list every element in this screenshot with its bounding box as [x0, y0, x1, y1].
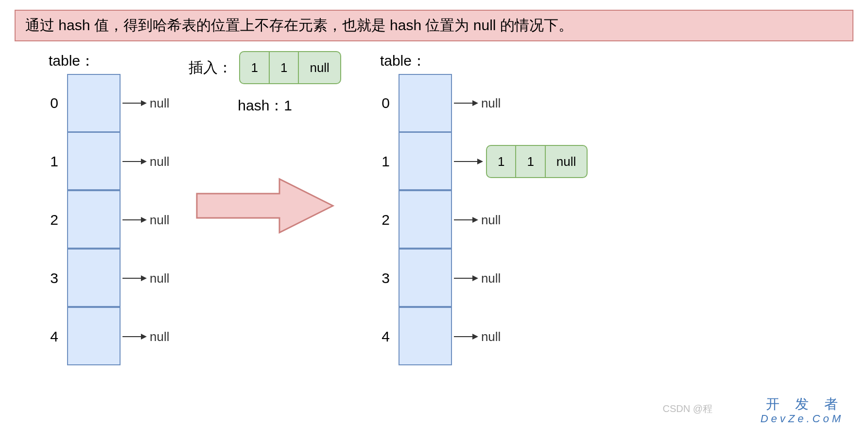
table-row: 3 null: [29, 249, 169, 307]
table-row: 1 1 1 null: [361, 132, 588, 191]
svg-marker-5: [141, 217, 147, 223]
null-label: null: [150, 213, 169, 228]
right-table-label: table：: [380, 51, 588, 71]
pointer-arrow: null: [122, 271, 169, 286]
null-label: null: [150, 329, 169, 344]
bucket-cell: [399, 307, 452, 365]
svg-marker-16: [472, 217, 478, 223]
bucket-index: 1: [29, 153, 67, 170]
null-label: null: [150, 96, 169, 111]
bucket-cell: [67, 74, 121, 132]
table-row: 3 null: [361, 249, 588, 307]
hash-label: hash：1: [238, 96, 292, 116]
pointer-arrow: null: [122, 154, 169, 169]
bucket-index: 1: [361, 153, 399, 170]
pointer-arrow: null: [122, 329, 169, 344]
bucket-index: 3: [361, 270, 399, 287]
svg-marker-20: [472, 334, 478, 340]
bucket-index: 4: [29, 328, 67, 345]
bucket-index: 0: [29, 95, 67, 111]
right-table-column: table： 0 null 1 1: [361, 51, 588, 366]
node-key: 1: [240, 52, 269, 83]
bucket-cell: [67, 132, 121, 190]
bucket-cell: [399, 190, 452, 249]
table-row: 0 null: [29, 74, 169, 132]
insert-node: 1 1 null: [239, 51, 341, 84]
bucket-cell: [67, 307, 121, 365]
diagram-stage: table： 0 null 1 null: [10, 51, 858, 366]
transition-arrow-icon: [192, 174, 338, 239]
node-next: null: [299, 52, 340, 83]
null-label: null: [481, 96, 501, 111]
left-hashtable: 0 null 1 null 2: [29, 74, 169, 366]
bucket-cell: [399, 74, 452, 132]
bucket-cell: [399, 132, 452, 190]
svg-marker-14: [477, 159, 483, 164]
null-label: null: [150, 154, 169, 169]
node-next: null: [546, 146, 587, 177]
watermark-line2: DevZe.CoM: [761, 413, 844, 425]
null-label: null: [481, 271, 501, 286]
null-label: null: [481, 329, 501, 344]
node-value: 1: [516, 146, 545, 177]
pointer-arrow: null: [454, 213, 501, 228]
description-banner: 通过 hash 值，得到哈希表的位置上不存在元素，也就是 hash 位置为 nu…: [15, 10, 853, 41]
bucket-cell: [67, 249, 121, 307]
svg-marker-10: [197, 179, 333, 233]
csdn-watermark: CSDN @程: [662, 402, 712, 415]
bucket-index: 0: [361, 95, 399, 111]
svg-marker-18: [472, 275, 478, 281]
table-row: 4 null: [29, 307, 169, 366]
watermark-line1: 开 发 者: [766, 395, 844, 413]
node-value: 1: [270, 52, 299, 83]
bucket-index: 2: [29, 212, 67, 228]
node-key: 1: [487, 146, 516, 177]
linked-node: 1 1 null: [486, 145, 588, 178]
table-row: 2 null: [361, 191, 588, 249]
pointer-arrow: null: [454, 271, 501, 286]
bucket-index: 3: [29, 270, 67, 287]
svg-marker-9: [141, 334, 147, 340]
pointer-arrow: null: [122, 213, 169, 228]
pointer-arrow: 1 1 null: [454, 145, 588, 178]
left-table-column: table： 0 null 1 null: [29, 51, 169, 366]
table-row: 1 null: [29, 132, 169, 191]
table-row: 0 null: [361, 74, 588, 132]
null-label: null: [481, 213, 501, 228]
right-hashtable: 0 null 1 1 1 null: [361, 74, 588, 366]
insert-label: 插入：: [189, 58, 232, 78]
pointer-arrow: null: [122, 96, 169, 111]
pointer-arrow: null: [454, 329, 501, 344]
svg-marker-7: [141, 275, 147, 281]
insert-row: 插入： 1 1 null: [189, 51, 341, 84]
svg-marker-1: [141, 100, 147, 106]
table-row: 4 null: [361, 307, 588, 366]
null-label: null: [150, 271, 169, 286]
bucket-cell: [67, 190, 121, 249]
bucket-index: 2: [361, 212, 399, 228]
pointer-arrow: null: [454, 96, 501, 111]
left-table-label: table：: [49, 51, 169, 71]
middle-column: 插入： 1 1 null hash：1: [189, 51, 341, 239]
table-row: 2 null: [29, 191, 169, 249]
bucket-index: 4: [361, 328, 399, 345]
svg-marker-3: [141, 159, 147, 164]
svg-marker-12: [472, 100, 478, 106]
bucket-cell: [399, 249, 452, 307]
